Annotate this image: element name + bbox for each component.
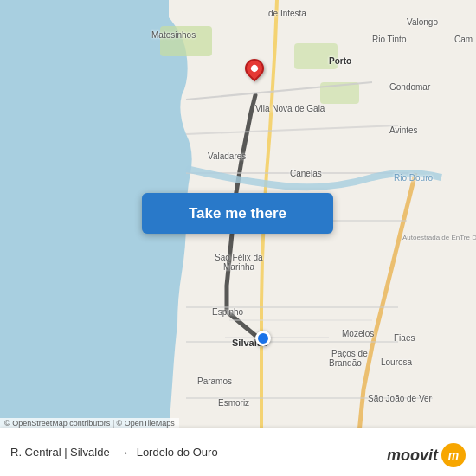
pin-head (241, 55, 267, 81)
svg-line-4 (186, 125, 398, 134)
place-autoestrada: Autoestrada de EnTre Douro e Vouga (402, 234, 463, 241)
place-valadares: Valadares (208, 151, 246, 161)
map-background: Matosinhos de Infesta Valongo Rio Tinto … (0, 0, 476, 476)
place-porto: Porto (329, 56, 351, 66)
place-mozelos: Mozelos (342, 329, 374, 338)
map[interactable]: Matosinhos de Infesta Valongo Rio Tinto … (0, 0, 476, 476)
place-vilanogaia: Vila Nova de Gaia (255, 104, 325, 113)
place-gondomar: Gondomar (389, 82, 430, 92)
place-esmoriz: Esmoriz (218, 398, 249, 408)
place-infesta: de Infesta (268, 9, 306, 18)
destination-label: Lordelo do Ouro (137, 446, 218, 459)
place-riotinto: Rio Tinto (372, 35, 406, 44)
place-paramos: Paramos (197, 376, 232, 386)
place-lourosa: Lourosa (381, 357, 412, 367)
take-me-there-button[interactable]: Take me there (142, 193, 333, 234)
place-cam: Cam (454, 35, 473, 44)
place-valongo: Valongo (407, 17, 438, 27)
origin-label: R. Central | Silvalde (10, 446, 110, 459)
moovit-m-letter: m (448, 448, 459, 462)
app-container: Matosinhos de Infesta Valongo Rio Tinto … (0, 0, 476, 476)
destination-marker (255, 331, 271, 346)
place-saojoao: São João de Ver (368, 394, 432, 403)
place-pacos: Paços de (331, 349, 368, 358)
origin-marker (245, 59, 264, 78)
moovit-text: moovit (387, 447, 438, 465)
place-matosinhos: Matosinhos (151, 30, 196, 40)
route-arrow: → (117, 445, 130, 460)
map-attribution: © OpenStreetMap contributors | © OpenTil… (0, 418, 179, 428)
place-saofelic1: São Félix da (215, 253, 263, 262)
place-brandao: Brandão (329, 358, 362, 368)
bottom-bar: R. Central | Silvalde → Lordelo do Ouro … (0, 428, 476, 476)
place-canelas: Canelas (290, 169, 322, 178)
moovit-icon: m (441, 443, 466, 467)
place-espinho: Espinho (212, 307, 243, 317)
attribution-text: © OpenStreetMap contributors | © OpenTil… (4, 419, 175, 428)
place-fiaes: Fiaes (394, 333, 415, 343)
place-saofelic2: Marinha (223, 262, 254, 272)
place-riodouro: Rio Douro (394, 173, 433, 183)
moovit-logo: moovit m (387, 443, 466, 467)
pin-center (249, 63, 259, 73)
place-avintes: Avintes (389, 125, 418, 135)
